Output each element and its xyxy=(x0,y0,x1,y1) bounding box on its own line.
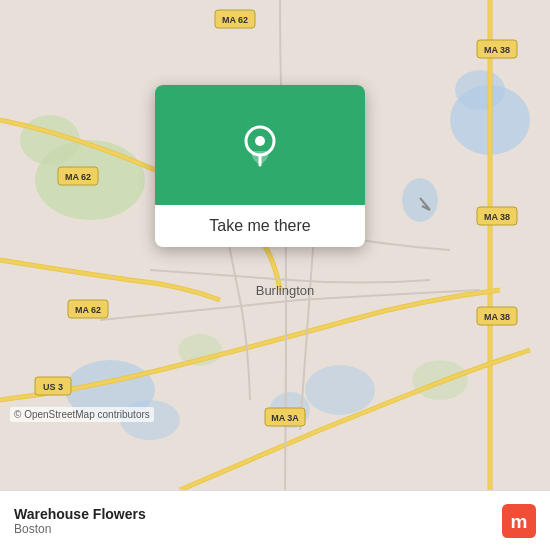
svg-point-4 xyxy=(455,70,505,110)
location-pin-icon xyxy=(238,123,282,167)
svg-text:MA 62: MA 62 xyxy=(222,15,248,25)
svg-text:MA 3A: MA 3A xyxy=(271,413,299,423)
svg-text:m: m xyxy=(511,511,528,532)
place-name: Warehouse Flowers xyxy=(14,506,502,522)
place-info: Warehouse Flowers Boston xyxy=(14,506,502,536)
svg-point-30 xyxy=(255,136,265,146)
popup-card: Take me there xyxy=(155,85,365,247)
map-container: MA 62 MA 62 MA 62 MA 38 MA 38 MA 38 US 3… xyxy=(0,0,550,490)
svg-text:MA 38: MA 38 xyxy=(484,212,510,222)
svg-point-8 xyxy=(305,365,375,415)
copyright-notice: © OpenStreetMap contributors xyxy=(10,407,154,422)
svg-text:MA 38: MA 38 xyxy=(484,312,510,322)
svg-text:MA 62: MA 62 xyxy=(65,172,91,182)
popup-header xyxy=(155,85,365,205)
svg-text:MA 62: MA 62 xyxy=(75,305,101,315)
svg-text:US 3: US 3 xyxy=(43,382,63,392)
moovit-logo: m xyxy=(502,504,536,538)
svg-point-5 xyxy=(402,178,438,222)
bottom-bar: Warehouse Flowers Boston m xyxy=(0,490,550,550)
svg-text:MA 38: MA 38 xyxy=(484,45,510,55)
svg-text:Burlington: Burlington xyxy=(256,283,315,298)
take-me-there-button[interactable]: Take me there xyxy=(155,205,365,247)
place-city: Boston xyxy=(14,522,502,536)
moovit-logo-icon: m xyxy=(502,504,536,538)
